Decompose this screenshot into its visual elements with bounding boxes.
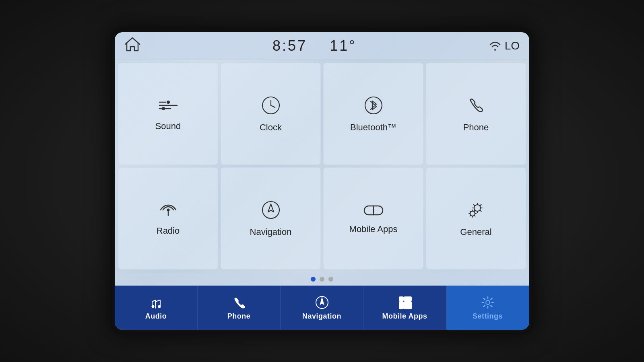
header-time-temp: 8:57 11° [272,37,357,54]
home-button[interactable] [124,37,140,55]
wifi-icon [489,40,502,51]
bluetooth-label: Bluetooth™ [350,122,396,133]
svg-point-4 [162,107,165,110]
svg-point-8 [365,97,382,114]
bottom-nav: Audio Phone Navigation [115,286,529,330]
navigation-grid-icon [261,200,281,223]
dot-1[interactable] [311,277,316,282]
mobile-apps-nav-icon [398,295,412,310]
radio-button[interactable]: Radio [118,167,218,269]
nav-audio[interactable]: Audio [115,286,198,330]
svg-rect-27 [407,305,411,309]
general-icon [465,200,487,223]
svg-point-3 [167,101,170,104]
svg-rect-19 [399,297,403,301]
signal-label: LO [505,39,520,52]
clock-label: Clock [260,122,282,133]
nav-mobile-apps[interactable]: Mobile Apps [363,286,446,330]
navigation-grid-button[interactable]: Navigation [221,167,321,269]
clock-button[interactable]: Clock [221,63,321,165]
temperature: 11° [330,37,356,54]
svg-point-28 [486,300,490,304]
settings-grid: Sound Clock [115,60,529,273]
general-button[interactable]: General [426,167,526,269]
clock-time: 8:57 [272,37,307,54]
audio-nav-label: Audio [145,312,167,321]
svg-point-17 [158,305,161,308]
phone-nav-label: Phone [227,312,251,321]
clock-icon [261,95,281,118]
mobile-apps-label: Mobile Apps [349,224,398,234]
header-right: LO [489,39,520,52]
screen-bezel: 8:57 11° LO [111,28,533,334]
svg-rect-25 [399,305,403,309]
sound-button[interactable]: Sound [118,63,218,165]
sound-label: Sound [155,121,181,132]
nav-settings[interactable]: Settings [446,286,529,330]
mobile-apps-nav-label: Mobile Apps [382,312,427,321]
svg-point-16 [151,305,154,308]
sound-icon [158,97,179,117]
page-dots [115,273,529,286]
settings-nav-label: Settings [473,312,503,321]
mobile-apps-button[interactable]: Mobile Apps [323,167,423,269]
nav-navigation[interactable]: Navigation [281,286,363,330]
dot-3[interactable] [328,277,333,282]
phone-grid-label: Phone [463,122,489,133]
audio-nav-icon [149,295,163,310]
nav-phone[interactable]: Phone [198,286,281,330]
phone-grid-button[interactable]: Phone [426,63,526,165]
screen: 8:57 11° LO [115,32,529,330]
navigation-nav-icon [315,295,329,310]
car-surround: 8:57 11° LO [0,0,644,362]
phone-grid-icon [466,95,486,118]
phone-nav-icon [232,295,246,310]
svg-rect-21 [407,297,411,301]
radio-icon [157,201,179,222]
svg-point-14 [474,205,481,211]
bluetooth-button[interactable]: Bluetooth™ [323,63,423,165]
radio-label: Radio [157,226,180,236]
dot-2[interactable] [320,277,324,282]
svg-line-7 [271,105,275,107]
header-bar: 8:57 11° LO [115,32,529,60]
mobile-apps-icon [363,203,384,220]
general-label: General [460,227,491,237]
settings-nav-icon [481,295,495,310]
navigation-grid-label: Navigation [250,227,292,237]
bluetooth-icon [363,95,384,118]
navigation-nav-label: Navigation [302,312,341,321]
